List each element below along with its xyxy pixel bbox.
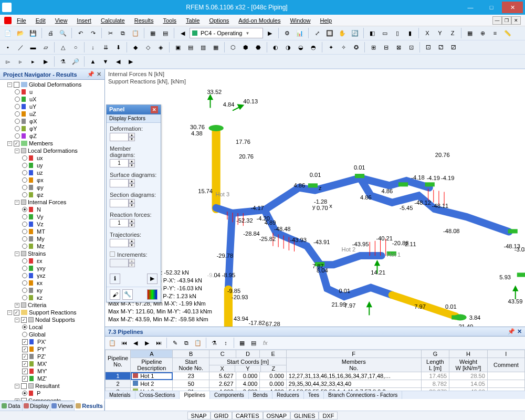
formula-icon[interactable]: fx (263, 340, 268, 346)
load2-icon[interactable]: ⇊ (100, 41, 111, 53)
minimize-button[interactable]: — (460, 2, 481, 13)
redo-icon[interactable]: ↷ (87, 27, 99, 39)
next-icon[interactable]: ▶ (264, 27, 276, 39)
tool-b-icon[interactable]: ◇ (142, 41, 154, 53)
tool-m-icon[interactable]: ◒ (295, 41, 307, 53)
print-preview-icon[interactable]: 🔍 (57, 27, 69, 39)
table-first-icon[interactable]: ⏮ (119, 338, 129, 348)
menu-options[interactable]: Options (205, 16, 233, 25)
table-csv-icon[interactable]: ▤ (248, 338, 259, 348)
member-icon[interactable]: ▬ (27, 41, 39, 53)
radio[interactable] (22, 214, 27, 219)
table-next-icon[interactable]: ▶ (142, 338, 152, 348)
checkbox[interactable]: ✓ (14, 141, 19, 146)
tool-g-icon[interactable]: ▦ (210, 41, 222, 53)
radio[interactable] (22, 273, 27, 278)
table-copy-icon[interactable]: ⧉ (181, 338, 192, 348)
table-last-icon[interactable]: ⏭ (153, 338, 164, 348)
tool-e-icon[interactable]: ▤ (185, 41, 196, 53)
radio[interactable] (22, 288, 27, 293)
panel-tool-b-icon[interactable]: 🔧 (122, 289, 133, 300)
tab-branch-connections[interactable]: Branch Connections - Factors (324, 391, 402, 399)
side-icon[interactable]: ▮ (404, 27, 416, 39)
prev-icon[interactable]: ◀ (177, 27, 188, 39)
tool-a-icon[interactable]: ◆ (130, 41, 141, 53)
save-icon[interactable]: 💾 (27, 27, 39, 39)
menu-window[interactable]: Window (286, 16, 314, 25)
radio[interactable] (22, 229, 27, 234)
table-filter-icon[interactable]: ⚗ (209, 338, 219, 348)
menu-file[interactable]: File (13, 16, 30, 25)
menu-insert[interactable]: Insert (72, 16, 96, 25)
status-dxf[interactable]: DXF (319, 412, 338, 419)
checkbox[interactable]: ✓ (22, 354, 28, 360)
surface-diagrams-input[interactable] (110, 179, 129, 187)
tool-j-icon[interactable]: ⬣ (253, 41, 264, 53)
radio[interactable] (22, 207, 27, 212)
navigator-tree[interactable]: −Global Deformations uuXuYuZφXφYφZ −✓Mem… (0, 80, 104, 401)
top-icon[interactable]: ▭ (379, 27, 391, 39)
reaction-forces-input[interactable] (110, 219, 129, 227)
sel3-icon[interactable]: ▸ (27, 56, 39, 67)
cut-icon[interactable]: ✂ (104, 27, 116, 39)
filter-icon[interactable]: ⚗ (57, 56, 69, 67)
checkbox[interactable] (21, 383, 27, 389)
tool-f-icon[interactable]: ▥ (197, 41, 209, 53)
loadcase-combo[interactable]: PC4 - Operating▼ (190, 28, 263, 38)
tool-q-icon[interactable]: ✪ (350, 41, 362, 53)
radio[interactable] (22, 295, 27, 300)
table-prev-icon[interactable]: ◀ (130, 338, 141, 348)
status-snap[interactable]: SNAP (187, 412, 211, 419)
checkbox[interactable]: ✓ (14, 310, 19, 316)
radio[interactable] (22, 155, 27, 161)
print-icon[interactable]: 🖨 (45, 27, 56, 39)
radio[interactable] (22, 324, 27, 330)
sel4-icon[interactable]: ▶ (40, 56, 51, 67)
radio[interactable] (22, 244, 27, 249)
nav-pin-icon[interactable]: 📌 (87, 71, 94, 78)
expand-icon[interactable]: − (15, 384, 19, 388)
expand-icon[interactable]: − (15, 318, 19, 322)
undo-icon[interactable]: ↶ (75, 27, 86, 39)
zoom-extents-icon[interactable]: ⤢ (311, 27, 323, 39)
tool-r-icon[interactable]: ⊞ (368, 41, 379, 53)
radio[interactable] (15, 111, 20, 117)
tab-cross-sections[interactable]: Cross-Sections (135, 391, 180, 399)
checkbox[interactable]: ✓ (22, 369, 28, 374)
display-b-icon[interactable]: ▼ (100, 56, 111, 67)
grid-icon[interactable]: ▦ (464, 27, 476, 39)
display-a-icon[interactable]: ▲ (87, 56, 99, 67)
expand-icon[interactable]: − (7, 310, 12, 315)
rotate-icon[interactable]: 🔄 (349, 27, 361, 39)
tool-s-icon[interactable]: ⊟ (380, 41, 392, 53)
tool-n-icon[interactable]: ◓ (308, 41, 319, 53)
tool-t-icon[interactable]: ⊠ (393, 41, 404, 53)
expand-icon[interactable]: − (7, 141, 12, 146)
menu-tools[interactable]: Tools (159, 16, 181, 25)
find-icon[interactable]: 🔎 (70, 56, 81, 67)
tool-k-icon[interactable]: ◐ (270, 41, 281, 53)
status-grid[interactable]: GRID (211, 412, 233, 419)
zoom-window-icon[interactable]: 🔲 (324, 27, 335, 39)
checkbox[interactable]: ✓ (22, 376, 28, 382)
mdi-close[interactable]: ✕ (511, 16, 521, 25)
radio[interactable] (15, 133, 20, 139)
tab-display[interactable]: Display (23, 401, 50, 411)
tab-bends[interactable]: Bends (249, 391, 272, 399)
menu-results[interactable]: Results (130, 16, 158, 25)
expand-icon[interactable]: + (15, 303, 19, 308)
radio[interactable] (15, 119, 20, 124)
radio[interactable] (22, 236, 27, 242)
tab-materials[interactable]: Materials (105, 391, 135, 399)
panel-tool-a-icon[interactable]: 🖌 (110, 289, 120, 300)
line-icon[interactable]: ／ (15, 41, 26, 53)
tab-components[interactable]: Components (210, 391, 249, 399)
paste-icon[interactable]: 📋 (130, 27, 141, 39)
panel-close2-icon[interactable]: ✕ (517, 328, 522, 335)
tool-c-icon[interactable]: ◈ (155, 41, 166, 53)
table-mode-icon[interactable]: 📋 (107, 338, 118, 348)
tool-v-icon[interactable]: ⚀ (423, 41, 434, 53)
table-paste-icon[interactable]: 📋 (193, 338, 203, 348)
new-icon[interactable]: 📄 (2, 27, 14, 39)
sel2-icon[interactable]: ▹ (15, 56, 26, 67)
